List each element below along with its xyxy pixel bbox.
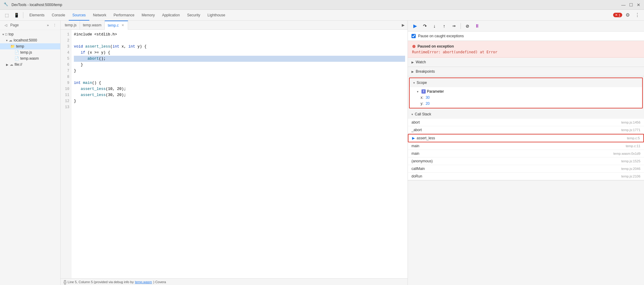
- callstack-fn-name: main: [411, 151, 613, 156]
- format-button[interactable]: {}: [64, 280, 66, 284]
- resume-button[interactable]: ▶: [411, 22, 419, 30]
- editor-area: temp.jstemp.wasmtemp.c✕▶ 123456789101112…: [61, 21, 408, 285]
- tree-item-label: localhost:5000: [14, 38, 37, 42]
- callstack-arrow-icon: ▾: [411, 113, 413, 116]
- pause-exceptions-checkbox[interactable]: [411, 34, 416, 38]
- sidebar-item-temp-js[interactable]: 📄 temp.js: [0, 49, 60, 55]
- settings-button[interactable]: ⚙: [623, 11, 632, 19]
- tree-item-label: temp: [16, 44, 24, 48]
- cloud-icon: ☁: [10, 62, 13, 67]
- deactivate-breakpoints-button[interactable]: ⊘: [463, 22, 472, 30]
- nav-separator: [23, 12, 23, 18]
- step-out-button[interactable]: ↑: [440, 22, 448, 30]
- callstack-location: temp.js:1525: [621, 159, 640, 163]
- sidebar-item-temp-wasm[interactable]: 📄 temp.wasm: [0, 55, 60, 61]
- file-icon: 📄: [15, 50, 19, 55]
- nav-tab-elements[interactable]: Elements: [26, 10, 48, 21]
- nav-tab-sources[interactable]: Sources: [69, 10, 89, 21]
- more-tools-button[interactable]: ⋮: [633, 11, 642, 19]
- sidebar-item-file---[interactable]: ▶ ☁ file://: [0, 61, 60, 68]
- sidebar-item-top[interactable]: ▾ □ top: [0, 31, 60, 37]
- pause-exceptions-label: Pause on caught exceptions: [418, 34, 464, 38]
- step-button[interactable]: ⇒: [450, 22, 458, 30]
- breakpoints-section-header[interactable]: ▶ Breakpoints: [408, 67, 644, 76]
- origin-arrow-icon: ▶: [6, 63, 8, 66]
- tab-close-button[interactable]: ✕: [121, 23, 125, 28]
- watch-section-header[interactable]: ▶ Watch: [408, 58, 644, 67]
- code-line-1: #include <stdlib.h>: [74, 31, 405, 38]
- nav-tab-application[interactable]: Application: [158, 10, 183, 21]
- sidebar-more-button[interactable]: »: [45, 22, 51, 28]
- callstack-section-header[interactable]: ▾ Call Stack: [408, 110, 644, 119]
- device-toolbar-button[interactable]: 📱: [12, 11, 21, 19]
- file-icon: 📄: [15, 56, 19, 61]
- scope-x-row: x: 30: [410, 94, 642, 101]
- panels-scroll[interactable]: ▶ Watch ▶ Breakpoints ▾ Scope: [408, 58, 644, 285]
- sidebar-item-temp[interactable]: 📁 temp: [0, 43, 60, 49]
- status-text: Line 5, Column 5 (provided via debug inf…: [68, 280, 134, 284]
- callstack-item-4[interactable]: maintemp.wasm:0x1d9: [408, 150, 644, 157]
- line-number-6: 6: [61, 62, 71, 68]
- code-editor[interactable]: 12345678910111213 #include <stdlib.h> vo…: [61, 30, 408, 278]
- callstack-label: Call Stack: [415, 112, 431, 116]
- nav-tab-performance[interactable]: Performance: [110, 10, 138, 21]
- nav-tab-network[interactable]: Network: [89, 10, 110, 21]
- close-button[interactable]: ✕: [637, 2, 640, 7]
- tree-item-label: temp.wasm: [20, 56, 39, 61]
- code-line-5: abort();: [74, 56, 405, 62]
- code-line-8: [74, 74, 405, 80]
- folder-arrow-icon: ▾: [2, 33, 4, 36]
- callstack-item-6[interactable]: callMaintemp.js:2046: [408, 165, 644, 173]
- breakpoints-arrow-icon: ▶: [411, 70, 414, 73]
- error-badge: ✕ 1: [613, 13, 622, 17]
- callstack-item-1[interactable]: _aborttemp.js:1771: [408, 126, 644, 134]
- step-over-button[interactable]: ↷: [421, 22, 429, 30]
- nav-tab-lighthouse[interactable]: Lighthouse: [204, 10, 229, 21]
- callstack-item-2[interactable]: ▶assert_lesstemp.c:5: [408, 134, 644, 142]
- debug-toolbar: ▶ ↷ ↓ ↑ ⇒ ⊘ ⏸: [408, 21, 644, 31]
- editor-tab-temp-c[interactable]: temp.c✕: [105, 21, 128, 30]
- line-number-5: 5: [61, 56, 71, 62]
- error-circle-icon: ⊗: [412, 44, 416, 49]
- maximize-button[interactable]: ☐: [629, 2, 633, 7]
- code-line-11: assert_less(30, 20);: [74, 92, 405, 98]
- code-line-7: }: [74, 68, 405, 74]
- scope-y-value: 20: [426, 101, 430, 106]
- nav-tab-console[interactable]: Console: [48, 10, 69, 21]
- cloud-icon: ☁: [9, 38, 12, 42]
- editor-tab-temp-js[interactable]: temp.js: [62, 21, 80, 30]
- callstack-item-3[interactable]: maintemp.c:11: [408, 142, 644, 150]
- callstack-section: ▾ Call Stack aborttemp.js:1456_aborttemp…: [408, 110, 644, 181]
- line-numbers: 12345678910111213: [61, 30, 71, 278]
- code-lines: #include <stdlib.h> void assert_less(int…: [71, 30, 408, 278]
- breakpoints-label: Breakpoints: [416, 69, 435, 74]
- sidebar-item-localhost-5000[interactable]: ▾ ☁ localhost:5000: [0, 37, 60, 43]
- exception-banner: ⊗ Paused on exception RuntimeError: abor…: [408, 41, 644, 58]
- pause-button[interactable]: ⏸: [473, 22, 481, 30]
- editor-more-icon[interactable]: ▶: [400, 23, 406, 27]
- callstack-item-7[interactable]: doRuntemp.js:2106: [408, 173, 644, 180]
- scope-parameter-item[interactable]: ▾ f Parameter: [410, 88, 642, 94]
- exception-title-text: Paused on exception: [418, 44, 454, 48]
- scope-section-header[interactable]: ▾ Scope: [410, 78, 642, 87]
- status-link[interactable]: temp.wasm: [135, 280, 152, 284]
- sidebar-collapse-button[interactable]: ◁: [2, 22, 9, 28]
- inspect-element-button[interactable]: ⬚: [2, 11, 11, 19]
- minimize-button[interactable]: —: [621, 2, 626, 7]
- scope-section: ▾ Scope ▾ f Parameter x: 30 y: 20: [409, 78, 643, 108]
- origin-arrow-icon: ▾: [6, 39, 8, 42]
- callstack-item-5[interactable]: (anonymous)temp.js:1525: [408, 157, 644, 165]
- callstack-location: temp.c:11: [626, 144, 640, 148]
- sidebar-header: ◁ Page » ⋮: [0, 21, 60, 30]
- window-title: DevTools - localhost:5000/temp: [12, 3, 621, 7]
- nav-tab-memory[interactable]: Memory: [138, 10, 158, 21]
- line-number-9: 9: [61, 80, 71, 86]
- callstack-location: temp.js:2046: [621, 167, 640, 171]
- nav-tab-security[interactable]: Security: [183, 10, 204, 21]
- callstack-item-0[interactable]: aborttemp.js:1456: [408, 119, 644, 126]
- code-line-10: assert_less(10, 20);: [74, 86, 405, 92]
- step-into-button[interactable]: ↓: [430, 22, 439, 30]
- editor-tab-temp-wasm[interactable]: temp.wasm: [80, 21, 105, 30]
- code-line-13: [74, 104, 405, 110]
- sidebar-options-button[interactable]: ⋮: [51, 22, 58, 28]
